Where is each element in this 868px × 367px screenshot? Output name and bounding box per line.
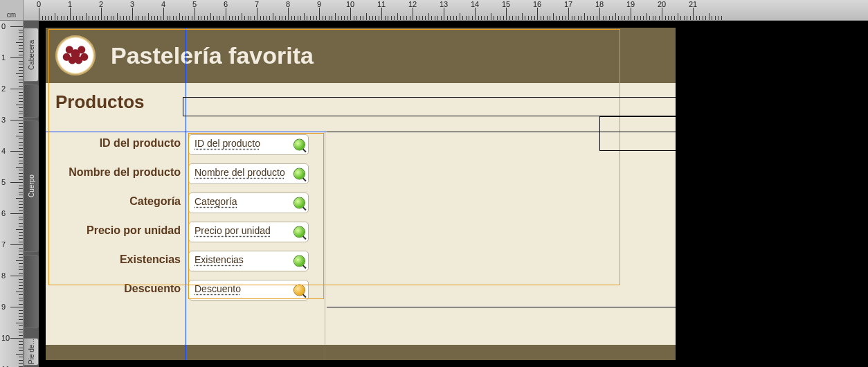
- ruler-h-num: 16: [533, 0, 541, 8]
- magnifier-icon[interactable]: [294, 227, 305, 238]
- field-label[interactable]: Existencias: [46, 253, 181, 266]
- ruler-h-num: 3: [130, 0, 134, 8]
- field-input[interactable]: Existencias: [188, 251, 309, 271]
- ruler-v-num: 6: [1, 209, 6, 217]
- ruler-v-num: 5: [1, 178, 6, 186]
- magnifier-icon[interactable]: [294, 285, 305, 296]
- ruler-h-num: 17: [564, 0, 572, 8]
- field-input[interactable]: Categoría: [188, 193, 309, 213]
- layout-footer[interactable]: [46, 345, 676, 360]
- design-area[interactable]: Pastelería favorita Productos ID del pro…: [46, 28, 676, 360]
- field-row: ID del productoID del producto: [46, 132, 676, 161]
- section-title[interactable]: Productos: [55, 91, 145, 113]
- ruler-vertical[interactable]: 01234567891011: [0, 21, 24, 367]
- ruler-h-num: 21: [689, 0, 697, 8]
- field-label[interactable]: ID del producto: [46, 137, 181, 150]
- ruler-v-num: 3: [1, 116, 6, 124]
- field-input[interactable]: Nombre del producto: [188, 163, 309, 184]
- field-input[interactable]: ID del producto: [188, 134, 309, 155]
- ruler-h-num: 5: [192, 0, 197, 8]
- ruler-h-num: 18: [595, 0, 604, 8]
- ruler-h-num: 4: [161, 0, 165, 8]
- field-row: Precio por unidadPrecio por unidad: [46, 219, 676, 248]
- ruler-h-num: 10: [346, 0, 354, 8]
- fields-area: ID del productoID del productoNombre del…: [46, 132, 676, 306]
- guide-vertical: [186, 28, 186, 360]
- field-row: DescuentoDescuento: [46, 277, 676, 306]
- ruler-v-num: 2: [1, 84, 6, 93]
- guide-split: [325, 132, 325, 360]
- section-title-band: Productos: [46, 83, 676, 122]
- ruler-h-num: 19: [626, 0, 635, 8]
- section-strip: Cabecera Cuerpo Pie de...: [24, 21, 39, 367]
- ruler-v-num: 8: [1, 271, 6, 280]
- ruler-v-num: 4: [1, 147, 6, 155]
- ruler-v-num: 7: [1, 240, 6, 249]
- field-row: CategoríaCategoría: [46, 190, 676, 219]
- ruler-h-num: 6: [224, 0, 228, 8]
- ruler-horizontal[interactable]: 0123456789101112131415161718192021: [24, 0, 868, 21]
- ruler-h-num: 12: [408, 0, 417, 8]
- ruler-h-num: 8: [286, 0, 290, 8]
- field-row: Nombre del productoNombre del producto: [46, 161, 676, 190]
- field-row: ExistenciasExistencias: [46, 248, 676, 277]
- layout-title[interactable]: Pastelería favorita: [111, 42, 314, 69]
- field-input[interactable]: Descuento: [188, 280, 309, 301]
- ruler-h-num: 0: [37, 0, 41, 8]
- magnifier-icon[interactable]: [294, 140, 305, 150]
- magnifier-icon[interactable]: [294, 198, 305, 208]
- field-label[interactable]: Descuento: [46, 283, 181, 295]
- field-label[interactable]: Categoría: [46, 195, 181, 208]
- magnifier-icon[interactable]: [294, 256, 305, 267]
- ruler-v-num: 10: [1, 334, 10, 342]
- guide-horizontal: [46, 132, 676, 132]
- ruler-v-num: 0: [1, 22, 6, 30]
- layout-header[interactable]: Pastelería favorita: [46, 28, 676, 83]
- ruler-h-num: 20: [658, 0, 666, 8]
- section-tab-header[interactable]: Cabecera: [24, 28, 39, 82]
- ruler-h-num: 7: [255, 0, 259, 8]
- ruler-h-num: 1: [68, 0, 72, 8]
- design-canvas[interactable]: Pastelería favorita Productos ID del pro…: [39, 21, 868, 367]
- section-tab-body-spacer1[interactable]: [24, 84, 39, 118]
- section-tab-body-spacer2[interactable]: [24, 255, 39, 328]
- ruler-v-num: 9: [1, 303, 6, 311]
- ruler-h-num: 13: [440, 0, 448, 8]
- ruler-h-num: 11: [377, 0, 386, 8]
- field-label[interactable]: Precio por unidad: [46, 224, 181, 237]
- section-tab-footer[interactable]: Pie de...: [24, 338, 39, 366]
- field-input[interactable]: Precio por unidad: [188, 222, 309, 242]
- cake-icon: [55, 35, 96, 75]
- ruler-corner: cm: [0, 0, 24, 21]
- ruler-h-num: 9: [317, 0, 321, 8]
- ruler-v-num: 1: [1, 53, 6, 62]
- ruler-h-num: 14: [471, 0, 479, 8]
- field-label[interactable]: Nombre del producto: [46, 166, 181, 179]
- ruler-h-num: 2: [99, 0, 103, 8]
- ruler-h-num: 15: [502, 0, 510, 8]
- magnifier-icon[interactable]: [294, 169, 305, 179]
- section-tab-body[interactable]: Cuerpo: [24, 120, 39, 252]
